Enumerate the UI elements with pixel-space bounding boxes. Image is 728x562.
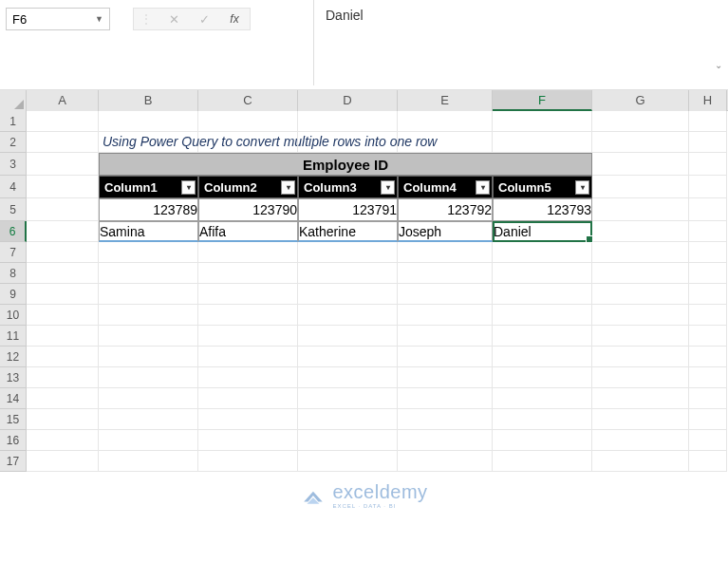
row-header[interactable]: 10 — [0, 305, 27, 326]
table-cell[interactable]: Katherine — [298, 221, 398, 242]
chevron-down-icon[interactable]: ▼ — [95, 14, 103, 24]
expand-formula-icon[interactable]: ⌄ — [715, 60, 722, 70]
cell[interactable] — [27, 242, 99, 263]
cell[interactable] — [493, 132, 592, 153]
col-header-D[interactable]: D — [298, 90, 398, 111]
cell[interactable] — [27, 367, 99, 388]
row-header[interactable]: 2 — [0, 132, 27, 153]
filter-dropdown-icon[interactable]: ▾ — [381, 180, 395, 195]
cell[interactable] — [398, 451, 493, 472]
cell[interactable] — [398, 284, 493, 305]
cell[interactable] — [27, 132, 99, 153]
cell[interactable] — [493, 409, 592, 430]
cell[interactable] — [99, 409, 198, 430]
row-header[interactable]: 8 — [0, 263, 27, 284]
cell[interactable] — [592, 409, 689, 430]
cell[interactable] — [398, 242, 493, 263]
col-header-F[interactable]: F — [493, 90, 592, 111]
cell[interactable] — [689, 132, 727, 153]
cell[interactable] — [398, 367, 493, 388]
cell[interactable] — [493, 451, 592, 472]
cell[interactable] — [27, 326, 99, 347]
row-header[interactable]: 9 — [0, 284, 27, 305]
cell[interactable] — [493, 263, 592, 284]
cell[interactable] — [689, 221, 727, 242]
cell[interactable] — [398, 326, 493, 347]
cell[interactable] — [99, 347, 198, 367]
row-header[interactable]: 11 — [0, 326, 27, 347]
cell[interactable] — [198, 305, 298, 326]
cell[interactable] — [27, 451, 99, 472]
table-cell[interactable]: 123792 — [398, 198, 493, 221]
cell[interactable] — [27, 263, 99, 284]
cell[interactable] — [298, 284, 398, 305]
row-header[interactable]: 5 — [0, 198, 27, 221]
cell[interactable] — [27, 430, 99, 451]
cell[interactable] — [198, 111, 298, 132]
cell[interactable] — [198, 388, 298, 409]
cell[interactable] — [398, 263, 493, 284]
cell[interactable] — [592, 242, 689, 263]
col-header-E[interactable]: E — [398, 90, 493, 111]
table-cell[interactable]: Afifa — [198, 221, 298, 242]
cell[interactable] — [298, 347, 398, 367]
cell[interactable] — [592, 367, 689, 388]
filter-dropdown-icon[interactable]: ▾ — [476, 180, 490, 195]
cell[interactable] — [689, 347, 727, 367]
cell[interactable] — [198, 263, 298, 284]
col-header-B[interactable]: B — [99, 90, 198, 111]
row-header[interactable]: 14 — [0, 388, 27, 409]
cell[interactable] — [298, 367, 398, 388]
cell[interactable] — [99, 388, 198, 409]
cell[interactable] — [689, 388, 727, 409]
cell[interactable] — [398, 111, 493, 132]
cell[interactable] — [689, 284, 727, 305]
cell[interactable] — [592, 284, 689, 305]
cell[interactable] — [27, 198, 99, 221]
cell[interactable] — [689, 153, 727, 176]
cell[interactable] — [592, 111, 689, 132]
name-box[interactable]: F6 ▼ — [6, 8, 110, 30]
cell[interactable] — [99, 326, 198, 347]
cell[interactable] — [298, 242, 398, 263]
table-col-header[interactable]: Column2▾ — [198, 176, 298, 198]
cell[interactable] — [493, 388, 592, 409]
cell[interactable] — [298, 305, 398, 326]
cell[interactable] — [99, 430, 198, 451]
cell[interactable] — [298, 111, 398, 132]
cancel-icon[interactable]: ✕ — [164, 12, 183, 27]
cell[interactable] — [689, 242, 727, 263]
enter-icon[interactable]: ✓ — [195, 12, 214, 27]
title-cell[interactable]: Using Power Query to convert multiple ro… — [99, 132, 198, 153]
table-title[interactable]: Employee ID — [99, 153, 592, 176]
cell[interactable] — [298, 263, 398, 284]
cell[interactable] — [198, 242, 298, 263]
cell[interactable] — [27, 176, 99, 198]
table-cell[interactable]: Joseph — [398, 221, 493, 242]
cell[interactable] — [493, 284, 592, 305]
cell[interactable] — [493, 242, 592, 263]
cell[interactable] — [298, 409, 398, 430]
cell[interactable] — [198, 326, 298, 347]
table-cell[interactable]: 123793 — [493, 198, 592, 221]
fx-icon[interactable]: fx — [225, 12, 244, 26]
cell[interactable] — [592, 305, 689, 326]
filter-dropdown-icon[interactable]: ▾ — [575, 180, 589, 195]
cell[interactable] — [592, 176, 689, 198]
cell[interactable] — [689, 326, 727, 347]
cell[interactable] — [592, 451, 689, 472]
col-header-A[interactable]: A — [27, 90, 99, 111]
col-header-H[interactable]: H — [689, 90, 727, 111]
cell[interactable] — [99, 284, 198, 305]
cell[interactable] — [689, 198, 727, 221]
table-cell[interactable]: Daniel — [493, 221, 592, 242]
cell[interactable] — [493, 430, 592, 451]
cell[interactable] — [27, 153, 99, 176]
cell[interactable] — [27, 221, 99, 242]
cell[interactable] — [198, 451, 298, 472]
cell[interactable] — [493, 326, 592, 347]
cell[interactable] — [27, 347, 99, 367]
cell[interactable] — [689, 176, 727, 198]
table-col-header[interactable]: Column4▾ — [398, 176, 493, 198]
table-cell[interactable]: Samina — [99, 221, 198, 242]
